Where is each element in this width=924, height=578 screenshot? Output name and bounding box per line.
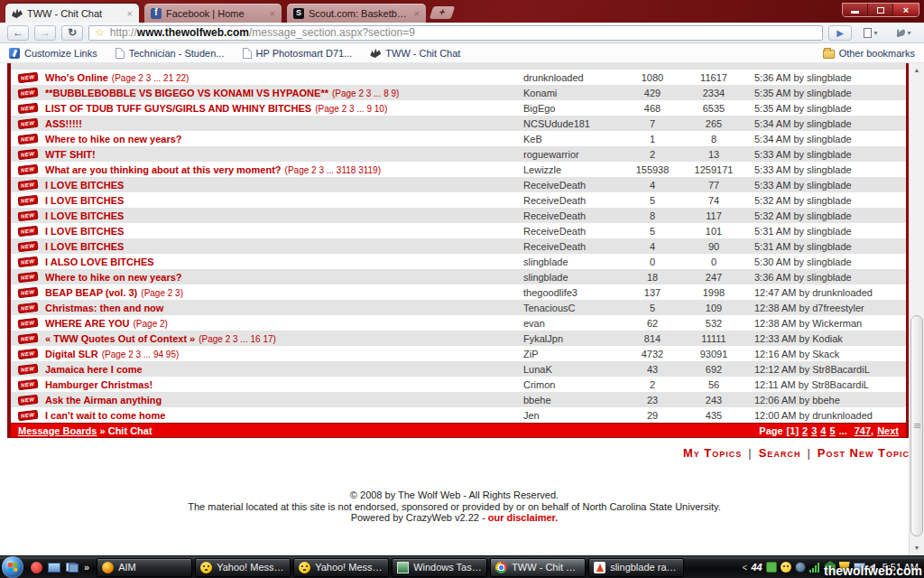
- forward-button[interactable]: →: [34, 25, 56, 41]
- tray-globe-icon[interactable]: [795, 562, 806, 573]
- thread-title-link[interactable]: Jamaica here I come: [45, 364, 143, 375]
- table-row[interactable]: NEW Ask the Airman anything bbehe 23 243…: [11, 392, 906, 407]
- thread-title-link[interactable]: BEAP BEAP (vol. 3): [45, 287, 137, 298]
- go-button[interactable]: ▶: [828, 25, 852, 41]
- table-row[interactable]: NEW Jamaica here I come LunaK 43 692 12:…: [11, 361, 906, 377]
- tab-close-icon[interactable]: ×: [270, 9, 275, 18]
- address-bar[interactable]: ☆ http://www.thewolfweb.com/message_sect…: [88, 25, 823, 41]
- pagination-page-link[interactable]: 5: [829, 425, 835, 436]
- bookmark-item[interactable]: Technician - Studen...: [116, 48, 225, 59]
- pagination-page-link[interactable]: 2: [802, 425, 808, 436]
- tray-messenger-smiley-icon[interactable]: [781, 562, 791, 573]
- pagination-page-link[interactable]: 4: [820, 425, 826, 436]
- reload-button[interactable]: ↻: [61, 25, 83, 41]
- thread-title-link[interactable]: LIST OF TDUB TUFF GUYS/GIRLS AND WHINY B…: [45, 103, 311, 114]
- action-link-post-new-topic[interactable]: Post New Topic: [818, 446, 910, 460]
- taskbar-button[interactable]: AIM: [97, 558, 192, 577]
- thread-title-link[interactable]: Ask the Airman anything: [45, 395, 162, 406]
- scrollbar-thumb[interactable]: [910, 315, 923, 536]
- table-row[interactable]: NEW WTF SHIT! roguewarrior 2 13 5:33 AM …: [11, 146, 906, 162]
- thread-pages-links[interactable]: (Page 2 3 ... 21 22): [112, 73, 189, 83]
- table-row[interactable]: NEW ASS!!!!! NCSUdude181 7 265 5:34 AM b…: [11, 116, 906, 131]
- thread-title-link[interactable]: What are you thinking about at this very…: [45, 164, 282, 175]
- back-button[interactable]: ←: [7, 25, 29, 41]
- tab-close-icon[interactable]: ×: [127, 9, 133, 18]
- browser-tab[interactable]: Scout.com: Basketball Re... ×: [287, 4, 426, 23]
- taskbar-button[interactable]: TWW - Chit Cha...: [490, 558, 586, 577]
- tray-signal-bars-icon[interactable]: [809, 563, 821, 573]
- table-row[interactable]: NEW I LOVE BITCHES ReceiveDeath 8 117 5:…: [11, 208, 906, 223]
- table-row[interactable]: NEW **BUBBLEBOBBLE VS BIGEGO VS KONAMI V…: [11, 85, 906, 100]
- thread-title-link[interactable]: I can't wait to come home: [45, 410, 165, 421]
- bookmark-item[interactable]: HP Photosmart D71...: [243, 48, 353, 59]
- thread-title-link[interactable]: **BUBBLEBOBBLE VS BIGEGO VS KONAMI VS HY…: [45, 88, 328, 98]
- thread-title-link[interactable]: « TWW Quotes Out of Context »: [45, 333, 195, 344]
- close-button[interactable]: ×: [893, 4, 919, 16]
- tab-close-icon[interactable]: ×: [414, 9, 420, 18]
- table-row[interactable]: NEW I LOVE BITCHES ReceiveDeath 4 90 5:3…: [11, 238, 906, 254]
- action-link-my-topics[interactable]: My Topics: [683, 446, 742, 460]
- thread-title-link[interactable]: I LOVE BITCHES: [45, 241, 124, 252]
- thread-title-link[interactable]: I LOVE BITCHES: [45, 210, 124, 221]
- thread-pages-links[interactable]: (Page 2 3 ... 8 9): [332, 89, 400, 98]
- tray-expand-chevron[interactable]: <: [743, 563, 748, 573]
- page-menu-button[interactable]: ▾: [857, 25, 884, 41]
- quick-launch-overflow-chevron[interactable]: »: [84, 562, 89, 573]
- pagination-next-link[interactable]: Next: [877, 425, 899, 436]
- scroll-up-arrow[interactable]: ▲: [910, 63, 924, 78]
- scroll-down-arrow[interactable]: ▼: [910, 541, 924, 555]
- bookmark-item[interactable]: Customize Links: [9, 48, 97, 59]
- thread-pages-links[interactable]: (Page 2 3 ... 94 95): [102, 350, 180, 359]
- restore-button[interactable]: [868, 4, 893, 16]
- thread-title-link[interactable]: Where to hike on new years?: [45, 134, 182, 144]
- table-row[interactable]: NEW WHERE ARE YOU(Page 2) evan 62 532 12…: [11, 315, 906, 331]
- thread-title-link[interactable]: Where to hike on new years?: [45, 272, 182, 283]
- thread-title-link[interactable]: I LOVE BITCHES: [45, 195, 124, 206]
- tools-menu-button[interactable]: ▾: [890, 25, 917, 41]
- browser-tab[interactable]: Facebook | Home ×: [144, 4, 282, 23]
- quick-launch-aim-icon[interactable]: [31, 562, 42, 573]
- thread-pages-links[interactable]: (Page 2 3 ... 3118 3119): [285, 165, 381, 175]
- thread-pages-links[interactable]: (Page 2 3 ... 16 17): [199, 334, 276, 344]
- start-button[interactable]: [2, 556, 23, 578]
- thread-pages-links[interactable]: (Page 2 3): [141, 288, 183, 298]
- table-row[interactable]: NEW Christmas: then and now TenaciousC 5…: [11, 300, 906, 315]
- thread-title-link[interactable]: Christmas: then and now: [45, 303, 163, 313]
- table-row[interactable]: NEW I can't wait to come home Jen 29 435…: [11, 407, 906, 423]
- table-row[interactable]: NEW « TWW Quotes Out of Context »(Page 2…: [11, 331, 906, 346]
- table-row[interactable]: NEW Digital SLR(Page 2 3 ... 94 95) ZiP …: [11, 346, 906, 361]
- thread-title-link[interactable]: Digital SLR: [45, 349, 98, 359]
- table-row[interactable]: NEW LIST OF TDUB TUFF GUYS/GIRLS AND WHI…: [11, 100, 906, 116]
- thread-title-link[interactable]: I LOVE BITCHES: [45, 180, 124, 191]
- our-disclaimer-link[interactable]: our disclaimer.: [488, 512, 559, 523]
- thread-title-link[interactable]: Hamburger Christmas!: [45, 379, 152, 390]
- browser-scrollbar[interactable]: ▲ ▼: [909, 63, 924, 555]
- show-desktop-icon[interactable]: [48, 563, 60, 573]
- thread-title-link[interactable]: I LOVE BITCHES: [45, 226, 124, 237]
- thread-pages-links[interactable]: (Page 2 3 ... 9 10): [315, 104, 387, 114]
- pagination-last-page-link[interactable]: 747: [855, 425, 871, 436]
- thread-title-link[interactable]: WHERE ARE YOU: [45, 318, 130, 329]
- tray-green-app-icon[interactable]: [766, 562, 777, 573]
- table-row[interactable]: NEW What are you thinking about at this …: [11, 162, 906, 177]
- thread-title-link[interactable]: I ALSO LOVE BITCHES: [45, 256, 154, 267]
- table-row[interactable]: NEW I LOVE BITCHES ReceiveDeath 5 101 5:…: [11, 223, 906, 238]
- taskbar-button[interactable]: Yahoo! Messeng...: [195, 558, 291, 577]
- action-link-search[interactable]: Search: [759, 446, 801, 460]
- table-row[interactable]: NEW I LOVE BITCHES ReceiveDeath 4 77 5:3…: [11, 177, 906, 192]
- breadcrumb-boards-link[interactable]: Message Boards: [18, 425, 97, 436]
- thread-title-link[interactable]: ASS!!!!!: [45, 118, 82, 129]
- table-row[interactable]: NEW Hamburger Christmas! Crimon 2 56 12:…: [11, 377, 906, 392]
- table-row[interactable]: NEW Where to hike on new years? slingbla…: [11, 269, 906, 284]
- table-row[interactable]: NEW Where to hike on new years? KeB 1 8 …: [11, 131, 906, 146]
- pagination-page-link[interactable]: 3: [811, 425, 817, 436]
- minimize-button[interactable]: [843, 4, 868, 16]
- taskbar-button[interactable]: slingblade ran s...: [588, 558, 684, 577]
- bookmark-star-icon[interactable]: ☆: [95, 27, 105, 38]
- other-bookmarks-button[interactable]: Other bookmarks: [823, 48, 915, 59]
- new-tab-button[interactable]: +: [430, 6, 456, 19]
- table-row[interactable]: NEW Who's Online(Page 2 3 ... 21 22) dru…: [11, 70, 906, 85]
- thread-title-link[interactable]: WTF SHIT!: [45, 149, 96, 160]
- table-row[interactable]: NEW I LOVE BITCHES ReceiveDeath 5 74 5:3…: [11, 192, 906, 208]
- thread-title-link[interactable]: Who's Online: [45, 72, 108, 83]
